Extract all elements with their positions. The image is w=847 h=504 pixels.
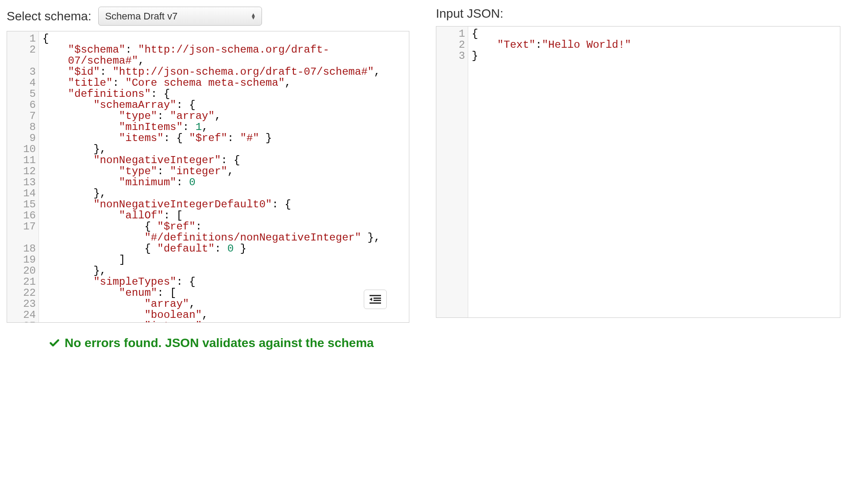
code-line[interactable]: "definitions": { — [42, 88, 405, 99]
code-line[interactable]: "$id": "http://json-schema.org/draft-07/… — [42, 66, 405, 77]
code-line[interactable]: "minimum": 0 — [42, 177, 405, 188]
schema-editor[interactable]: 1234567891011121314151617181920212223242… — [7, 31, 409, 323]
schema-select-label: Select schema: — [7, 9, 91, 23]
schema-gutter: 1234567891011121314151617181920212223242… — [7, 31, 39, 322]
code-line[interactable]: { — [472, 28, 836, 39]
code-line[interactable]: "schemaArray": { — [42, 99, 405, 111]
code-line[interactable]: "title": "Core schema meta-schema", — [42, 77, 405, 88]
code-line[interactable]: }, — [42, 265, 405, 276]
svg-rect-0 — [370, 295, 381, 296]
json-editor[interactable]: 123 { "Text":"Hello World!"} — [436, 26, 840, 318]
schema-code-area[interactable]: { "$schema": "http://json-schema.org/dra… — [39, 31, 409, 322]
code-line[interactable]: "allOf": [ — [42, 210, 405, 221]
svg-rect-4 — [370, 302, 381, 304]
svg-marker-1 — [370, 298, 372, 301]
code-line[interactable]: "type": "integer", — [42, 166, 405, 177]
code-line[interactable]: }, — [42, 188, 405, 199]
check-icon — [49, 337, 60, 349]
format-button[interactable] — [364, 290, 387, 309]
json-gutter: 123 — [436, 27, 468, 317]
schema-select[interactable]: Schema Draft v7 — [98, 7, 262, 26]
code-line[interactable]: 07/schema#", — [42, 55, 405, 66]
svg-rect-2 — [373, 298, 381, 299]
code-line[interactable]: { "default": 0 } — [42, 243, 405, 254]
code-line[interactable]: "array", — [42, 298, 405, 309]
code-line[interactable]: "#/definitions/nonNegativeInteger" }, — [42, 232, 405, 243]
code-line[interactable]: "$schema": "http://json-schema.org/draft… — [42, 44, 405, 55]
validation-status: No errors found. JSON validates against … — [49, 336, 840, 350]
json-code-area[interactable]: { "Text":"Hello World!"} — [468, 27, 840, 317]
code-line[interactable]: "items": { "$ref": "#" } — [42, 133, 405, 144]
code-line[interactable]: "nonNegativeIntegerDefault0": { — [42, 199, 405, 210]
code-line[interactable]: "type": "array", — [42, 111, 405, 122]
code-line[interactable]: "enum": [ — [42, 287, 405, 298]
indent-icon — [370, 295, 381, 304]
code-line[interactable]: "Text":"Hello World!" — [472, 39, 836, 50]
code-line[interactable]: { "$ref": — [42, 221, 405, 232]
code-line[interactable]: } — [472, 50, 836, 61]
code-line[interactable]: { — [42, 33, 405, 44]
svg-rect-3 — [373, 300, 381, 301]
code-line[interactable]: "simpleTypes": { — [42, 276, 405, 287]
input-json-label: Input JSON: — [436, 7, 504, 21]
code-line[interactable]: "integer", — [42, 321, 405, 322]
code-line[interactable]: "boolean", — [42, 309, 405, 321]
code-line[interactable]: "nonNegativeInteger": { — [42, 155, 405, 166]
code-line[interactable]: ] — [42, 254, 405, 265]
code-line[interactable]: }, — [42, 144, 405, 155]
status-message: No errors found. JSON validates against … — [65, 336, 374, 350]
code-line[interactable]: "minItems": 1, — [42, 122, 405, 133]
